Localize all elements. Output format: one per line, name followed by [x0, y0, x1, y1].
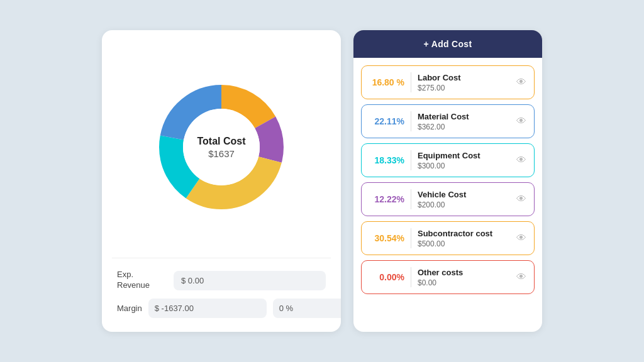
subcontractor-percent: 30.54% [369, 233, 404, 243]
stats-section: Exp.Revenue Margin [102, 258, 341, 332]
labor-divider [411, 72, 411, 92]
labor-eye-icon[interactable]: 👁 [516, 77, 526, 88]
exp-revenue-row: Exp.Revenue [117, 270, 326, 291]
labor-info: Labor Cost $275.00 [418, 73, 510, 92]
add-cost-button[interactable]: + Add Cost [353, 30, 542, 58]
vehicle-value: $200.00 [418, 200, 510, 209]
vehicle-name: Vehicle Cost [418, 190, 510, 199]
subcontractor-name: Subcontractor cost [418, 229, 510, 238]
material-info: Material Cost $362.00 [418, 112, 510, 131]
margin-row: Margin [117, 299, 326, 318]
other-percent: 0.00% [369, 272, 404, 282]
chart-section: Total Cost $1637 [102, 30, 341, 258]
exp-revenue-label: Exp.Revenue [117, 270, 174, 291]
other-info: Other costs $0.00 [418, 268, 510, 287]
material-value: $362.00 [418, 123, 510, 131]
other-divider [411, 267, 411, 287]
material-divider [411, 111, 411, 131]
cost-item-material: 22.11% Material Cost $362.00 👁 [361, 104, 535, 138]
cost-item-labor: 16.80 % Labor Cost $275.00 👁 [361, 65, 535, 99]
other-name: Other costs [418, 268, 510, 277]
equipment-value: $300.00 [418, 162, 510, 170]
right-card: + Add Cost 16.80 % Labor Cost $275.00 👁 … [353, 30, 542, 332]
other-value: $0.00 [418, 278, 510, 287]
cost-item-vehicle: 12.22% Vehicle Cost $200.00 👁 [361, 182, 535, 216]
equipment-percent: 18.33% [369, 155, 404, 165]
material-name: Material Cost [418, 112, 510, 121]
vehicle-eye-icon[interactable]: 👁 [516, 194, 526, 205]
equipment-eye-icon[interactable]: 👁 [516, 155, 526, 166]
labor-value: $275.00 [418, 84, 510, 92]
material-percent: 22.11% [369, 116, 404, 126]
total-cost-label: Total Cost [197, 136, 245, 147]
margin-percent-input[interactable] [273, 299, 341, 318]
margin-value-input[interactable] [148, 299, 267, 318]
equipment-info: Equipment Cost $300.00 [418, 151, 510, 170]
donut-chart: Total Cost $1637 [152, 78, 291, 216]
vehicle-info: Vehicle Cost $200.00 [418, 190, 510, 209]
vehicle-divider [411, 189, 411, 209]
other-eye-icon[interactable]: 👁 [516, 272, 526, 283]
labor-name: Labor Cost [418, 73, 510, 82]
subcontractor-info: Subcontractor cost $500.00 [418, 229, 510, 248]
subcontractor-divider [411, 228, 411, 248]
equipment-divider [411, 150, 411, 170]
cost-item-subcontractor: 30.54% Subcontractor cost $500.00 👁 [361, 221, 535, 255]
left-card: Total Cost $1637 Exp.Revenue Margin [102, 30, 341, 332]
exp-revenue-input[interactable] [174, 271, 326, 290]
material-eye-icon[interactable]: 👁 [516, 116, 526, 127]
total-cost-value: $1637 [197, 148, 245, 159]
cost-item-other: 0.00% Other costs $0.00 👁 [361, 260, 535, 294]
vehicle-percent: 12.22% [369, 194, 404, 204]
equipment-name: Equipment Cost [418, 151, 510, 160]
subcontractor-value: $500.00 [418, 239, 510, 248]
cost-item-equipment: 18.33% Equipment Cost $300.00 👁 [361, 143, 535, 177]
cost-list: 16.80 % Labor Cost $275.00 👁 22.11% Mate… [353, 58, 542, 332]
margin-inputs [148, 299, 341, 318]
main-container: Total Cost $1637 Exp.Revenue Margin + Ad… [0, 0, 644, 362]
donut-center: Total Cost $1637 [197, 136, 245, 159]
subcontractor-eye-icon[interactable]: 👁 [516, 233, 526, 244]
labor-percent: 16.80 % [369, 77, 404, 87]
margin-label: Margin [117, 304, 142, 313]
